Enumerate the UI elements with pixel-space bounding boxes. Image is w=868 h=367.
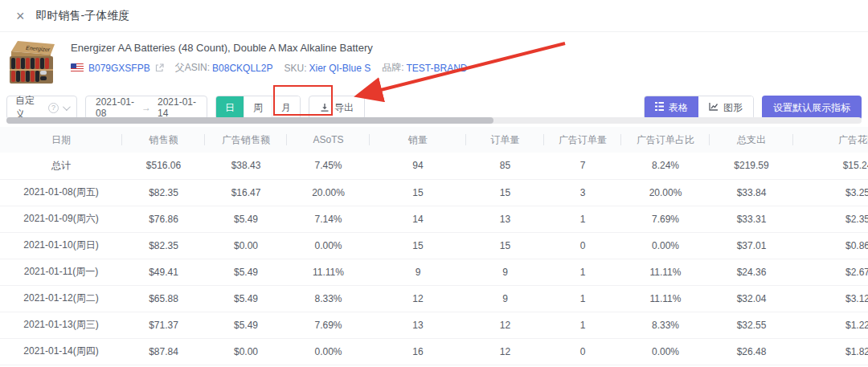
cell-value: 9 [466, 285, 544, 312]
cell-value: $33.31 [710, 206, 793, 232]
cell-date: 总计 [0, 153, 122, 179]
cell-value: $32.55 [710, 312, 793, 338]
cell-value: $33.84 [710, 179, 793, 206]
cell-value: 12 [370, 285, 466, 312]
column-header-8: 总支出 [710, 127, 793, 153]
export-button[interactable]: 导出 [309, 96, 365, 120]
cell-value: 11.11% [621, 259, 710, 285]
page-title: 即时销售-子体维度 [36, 9, 130, 23]
cell-value: 1 [544, 285, 621, 312]
cell-value: 20.00% [621, 179, 710, 206]
table-row: 2021-01-08(周五)$82.35$16.4720.00%1515320.… [0, 179, 868, 206]
cell-value: $5.49 [205, 206, 287, 232]
cell-value: 85 [466, 153, 544, 179]
sku-link[interactable]: Xier QI-Blue S [309, 63, 371, 74]
cell-value: $49.41 [122, 259, 205, 285]
cell-date: 2021-01-08(周五) [0, 179, 122, 206]
external-link-icon[interactable] [155, 63, 164, 72]
column-header-2: 广告销售额 [205, 127, 287, 153]
cell-date: 2021-01-09(周六) [0, 206, 122, 232]
cell-value: 7.45% [287, 153, 370, 179]
titlebar: × 即时销售-子体维度 [0, 0, 868, 32]
product-summary: Energizer Energizer AA Batteries (48 Cou… [0, 32, 868, 85]
cell-value: $32.04 [710, 285, 793, 312]
chart-view-button[interactable]: 图形 [698, 96, 753, 119]
horizontal-scrollbar-track[interactable] [6, 117, 862, 124]
date-range-picker[interactable]: 2021-01-08 → 2021-01-14 [85, 96, 207, 120]
table-row: 2021-01-09(周六)$76.86$5.497.14%141317.69%… [0, 206, 868, 232]
column-header-6: 广告订单量 [544, 127, 621, 153]
granularity-month-button[interactable]: 月 [272, 96, 300, 119]
metrics-table: 日期销售额广告销售额ASoTS销量订单量广告订单量广告订单占比总支出广告花费 总… [0, 127, 868, 365]
cell-value: 8.24% [621, 153, 710, 179]
brand-link[interactable]: TEST-BRAND [407, 63, 468, 74]
cell-value: $5.49 [205, 285, 287, 312]
cell-value: $16.47 [205, 179, 287, 206]
table-icon [655, 102, 664, 113]
cell-value: 94 [370, 153, 466, 179]
cell-value: $82.35 [122, 179, 205, 206]
cell-value: 9 [370, 259, 466, 285]
close-icon[interactable]: × [16, 9, 25, 23]
cell-value: 0.00% [287, 232, 370, 259]
table-row: 2021-01-10(周日)$82.35$0.000.00%151500.00%… [0, 232, 868, 259]
download-icon [320, 103, 330, 112]
table-view-label: 表格 [669, 101, 688, 115]
date-range-arrow-icon: → [141, 102, 151, 113]
cell-date: 2021-01-10(周日) [0, 232, 122, 259]
cell-value: $0.86 [793, 232, 868, 259]
cell-value: $5.49 [205, 259, 287, 285]
cell-value: $76.86 [122, 206, 205, 232]
cell-value: $38.43 [205, 153, 287, 179]
view-toggle: 表格 图形 [644, 96, 754, 120]
cell-value: 8.33% [287, 285, 370, 312]
table-view-button[interactable]: 表格 [645, 96, 698, 119]
cell-value: $0.00 [205, 338, 287, 365]
table-row: 2021-01-11(周一)$49.41$5.4911.11%99111.11%… [0, 259, 868, 285]
cell-date: 2021-01-14(周四) [0, 338, 122, 365]
table-row: 2021-01-12(周二)$65.88$5.498.33%129111.11%… [0, 285, 868, 312]
metrics-table-container: 日期销售额广告销售额ASoTS销量订单量广告订单量广告订单占比总支出广告花费 总… [0, 127, 868, 365]
cell-value: 16 [370, 338, 466, 365]
cell-date: 2021-01-13(周三) [0, 312, 122, 338]
us-flag-icon [71, 63, 84, 72]
cell-value: $516.06 [122, 153, 205, 179]
chart-icon [709, 102, 719, 113]
help-icon: ? [48, 103, 59, 113]
cell-value: 1 [544, 206, 621, 232]
cell-value: $219.59 [710, 153, 793, 179]
chart-view-label: 图形 [723, 101, 743, 115]
cell-value: 15 [370, 179, 466, 206]
cell-value: $82.35 [122, 232, 205, 259]
cell-value: 0.00% [621, 338, 710, 365]
cell-value: $5.49 [205, 312, 287, 338]
date-preset-select[interactable]: 自定义 ? [6, 96, 77, 120]
horizontal-scrollbar-thumb[interactable] [6, 117, 493, 124]
cell-value: 0 [544, 232, 621, 259]
product-title: Energizer AA Batteries (48 Count), Doubl… [71, 42, 468, 54]
cell-value: 11.11% [621, 285, 710, 312]
column-header-1: 销售额 [122, 127, 205, 153]
cell-value: 13 [466, 206, 544, 232]
cell-value: 1 [544, 312, 621, 338]
parent-asin-link[interactable]: B08CKQLL2P [212, 63, 272, 74]
cell-value: $15.24 [793, 153, 868, 179]
cell-value: $87.84 [122, 338, 205, 365]
parent-asin-label: 父ASIN: [175, 61, 210, 75]
cell-value: $37.01 [710, 232, 793, 259]
cell-value: 3 [544, 179, 621, 206]
granularity-week-button[interactable]: 周 [244, 96, 272, 119]
cell-value: $71.37 [122, 312, 205, 338]
cell-value: 11.11% [287, 259, 370, 285]
cell-date: 2021-01-11(周一) [0, 259, 122, 285]
cell-value: 0.00% [287, 338, 370, 365]
asin-link[interactable]: B079GXSFPB [88, 63, 150, 74]
default-metrics-settings-button[interactable]: 设置默认展示指标 [762, 96, 862, 120]
cell-value: 7 [544, 153, 621, 179]
cell-value: $24.36 [710, 259, 793, 285]
cell-value: 0 [544, 338, 621, 365]
granularity-day-button[interactable]: 日 [216, 96, 244, 119]
date-end: 2021-01-14 [158, 96, 197, 119]
column-header-5: 订单量 [466, 127, 544, 153]
cell-value: $65.88 [122, 285, 205, 312]
